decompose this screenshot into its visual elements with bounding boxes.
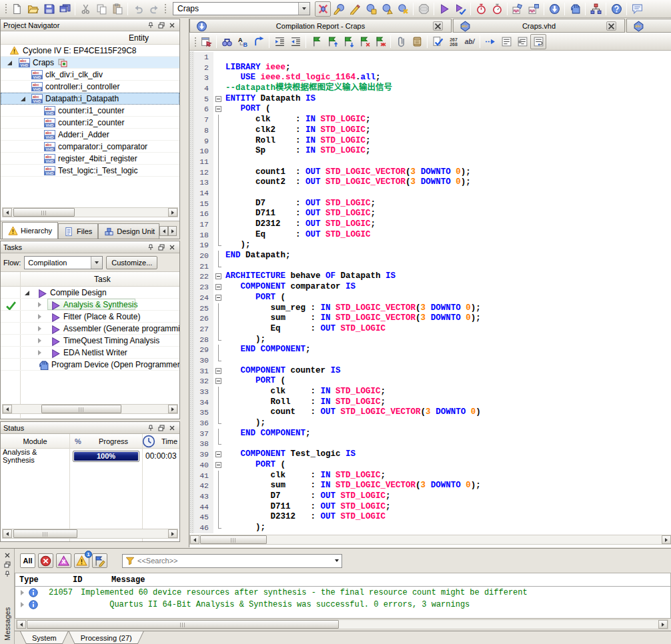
open-file-button[interactable] bbox=[25, 1, 41, 17]
scroll-right-arrow[interactable] bbox=[658, 620, 668, 629]
document-tab-compilation-report-craps[interactable]: Compilation Report - Craps bbox=[189, 19, 452, 33]
tab-scroll-right-button[interactable] bbox=[168, 226, 177, 236]
message-row[interactable]: 21057Implemented 60 device resources aft… bbox=[15, 587, 670, 599]
help-button[interactable] bbox=[608, 1, 624, 17]
scroll-left-arrow[interactable] bbox=[3, 529, 12, 538]
code-line[interactable]: 32 PORT ( bbox=[189, 376, 671, 387]
fold-collapse-icon[interactable] bbox=[215, 451, 221, 457]
syntax-check-button[interactable] bbox=[430, 34, 446, 49]
goto-line-button[interactable] bbox=[251, 34, 267, 49]
tasks-hscrollbar[interactable] bbox=[2, 404, 178, 414]
code-line[interactable]: 27 Eq : OUT STD_LOGIC bbox=[189, 324, 671, 335]
code-line[interactable]: 44 D711 : OUT STD_LOGIC; bbox=[189, 502, 671, 513]
scrollbar-thumb[interactable] bbox=[27, 620, 339, 629]
scroll-left-arrow[interactable] bbox=[190, 535, 199, 544]
insert-template-button[interactable] bbox=[393, 34, 409, 49]
code-line[interactable]: 7 clk : IN STD_LOGIC; bbox=[189, 115, 671, 125]
pin-planner-button[interactable] bbox=[347, 1, 363, 17]
task-column-header[interactable]: Task bbox=[1, 272, 179, 287]
code-line[interactable]: 4--datapath模块根据框图定义输入输出信号 bbox=[189, 83, 671, 94]
code-line[interactable]: 26 sum : IN STD_LOGIC_VECTOR(3 DOWNTO 0)… bbox=[189, 313, 671, 324]
toolbar-grip[interactable] bbox=[193, 36, 197, 48]
customize-button[interactable]: Customize... bbox=[106, 256, 157, 269]
pin-button[interactable] bbox=[145, 423, 155, 433]
expander-icon[interactable] bbox=[38, 326, 41, 331]
filter-all-button[interactable]: All bbox=[20, 553, 35, 568]
scroll-left-arrow[interactable] bbox=[17, 620, 26, 629]
close-icon[interactable] bbox=[606, 21, 616, 31]
tree-item[interactable]: abcVHDCraps bbox=[1, 57, 179, 69]
code-editor[interactable]: 12LIBRARY ieee;3 USE ieee.std_logic_1164… bbox=[189, 51, 671, 533]
outdent-button[interactable] bbox=[287, 34, 303, 49]
code-line[interactable]: 18 Eq : OUT STD_LOGIC bbox=[189, 230, 671, 241]
tree-item[interactable]: abcVHDAdder:i_Adder bbox=[1, 129, 179, 141]
code-line[interactable]: 37 END COMPONENT; bbox=[189, 429, 671, 439]
tab-design-unit[interactable]: Design Unit bbox=[98, 223, 159, 239]
filter-warning-button[interactable]: 1 bbox=[74, 553, 89, 568]
code-line[interactable]: 34 Roll : IN STD_LOGIC; bbox=[189, 397, 671, 408]
code-line[interactable]: 20END Datapath; bbox=[189, 251, 671, 261]
assignment-editor-button[interactable] bbox=[331, 1, 347, 17]
fold-collapse-icon[interactable] bbox=[215, 96, 221, 102]
programmer-button[interactable] bbox=[546, 1, 562, 17]
scrollbar-thumb[interactable] bbox=[13, 208, 75, 217]
code-line[interactable]: 29 END COMPONENT; bbox=[189, 345, 671, 355]
pin-button[interactable] bbox=[145, 243, 155, 252]
float-button[interactable] bbox=[156, 423, 166, 433]
task-row[interactable]: Fitter (Place & Route) bbox=[1, 311, 179, 323]
tree-item[interactable]: abcVHDcontroller:i_controller bbox=[1, 81, 179, 93]
code-line[interactable]: 11 bbox=[189, 157, 671, 167]
find-button[interactable] bbox=[219, 34, 235, 49]
chevron-down-icon[interactable] bbox=[91, 257, 102, 269]
document-tab-craps-vhd[interactable]: abcCraps.vhd bbox=[453, 19, 625, 33]
editor-hscrollbar[interactable] bbox=[189, 535, 671, 545]
status-column-header[interactable]: Module % Progress Time bbox=[1, 434, 179, 449]
close-icon[interactable] bbox=[433, 21, 443, 31]
undo-button[interactable] bbox=[130, 1, 146, 17]
code-line[interactable]: 1 bbox=[189, 52, 671, 63]
code-line[interactable]: 3 USE ieee.std_logic_1164.all; bbox=[189, 73, 671, 83]
code-line[interactable]: 24 PORT ( bbox=[189, 293, 671, 303]
view-fold-button[interactable] bbox=[514, 34, 530, 49]
code-line[interactable]: 41 clk : IN STD_LOGIC; bbox=[189, 471, 671, 481]
code-line[interactable]: 31 COMPONENT counter IS bbox=[189, 366, 671, 377]
message-search-input[interactable] bbox=[137, 557, 332, 565]
record-macro-button[interactable] bbox=[409, 34, 425, 49]
tree-item[interactable]: abcVHDclk_div:i_clk_div bbox=[1, 69, 179, 81]
step-button[interactable] bbox=[482, 34, 498, 49]
expander-icon[interactable] bbox=[7, 61, 12, 65]
chip-planner-button[interactable] bbox=[588, 1, 604, 17]
bookmark-prev-button[interactable] bbox=[340, 34, 356, 49]
scroll-left-arrow[interactable] bbox=[3, 208, 12, 217]
tab-processing-27-[interactable]: Processing (27) bbox=[69, 631, 144, 644]
expander-icon[interactable] bbox=[21, 97, 25, 101]
scroll-right-arrow[interactable] bbox=[662, 535, 671, 544]
task-row[interactable]: Program Device (Open Programmer) bbox=[1, 359, 179, 371]
pin-assignments-button[interactable] bbox=[379, 1, 395, 17]
clear-assignments-button[interactable] bbox=[395, 1, 411, 17]
filter-flag-button[interactable] bbox=[92, 553, 107, 568]
fold-collapse-icon[interactable] bbox=[215, 462, 221, 468]
chevron-down-icon[interactable] bbox=[335, 559, 339, 562]
scrollbar-thumb[interactable] bbox=[200, 535, 267, 544]
expander-icon[interactable] bbox=[38, 302, 41, 307]
chevron-down-icon[interactable] bbox=[298, 3, 309, 15]
code-line[interactable]: 38 bbox=[189, 439, 671, 449]
project-combobox[interactable]: Craps bbox=[173, 2, 310, 15]
replace-button[interactable]: AB bbox=[235, 34, 251, 49]
float-button[interactable] bbox=[3, 560, 13, 569]
fold-collapse-icon[interactable] bbox=[215, 368, 221, 374]
tab-system[interactable]: System bbox=[20, 631, 69, 644]
tree-item[interactable]: abcVHDcounter:i1_counter bbox=[1, 105, 179, 117]
start-analysis-button[interactable] bbox=[452, 1, 468, 17]
filter-critical-warning-button[interactable] bbox=[56, 553, 71, 568]
panel-splitter[interactable] bbox=[180, 19, 189, 548]
code-line[interactable]: 42 sum : IN STD_LOGIC_VECTOR(3 DOWNTO 0)… bbox=[189, 481, 671, 491]
doc-settings-button[interactable] bbox=[198, 34, 214, 49]
close-button[interactable] bbox=[167, 423, 177, 433]
stop-button[interactable] bbox=[416, 1, 432, 17]
task-row[interactable]: EDA Netlist Writer bbox=[1, 347, 179, 359]
code-line[interactable]: 9 Roll : IN STD_LOGIC; bbox=[189, 136, 671, 147]
code-line[interactable]: 22ARCHITECTURE behave OF Datapath IS bbox=[189, 271, 671, 282]
code-line[interactable]: 14 bbox=[189, 188, 671, 199]
